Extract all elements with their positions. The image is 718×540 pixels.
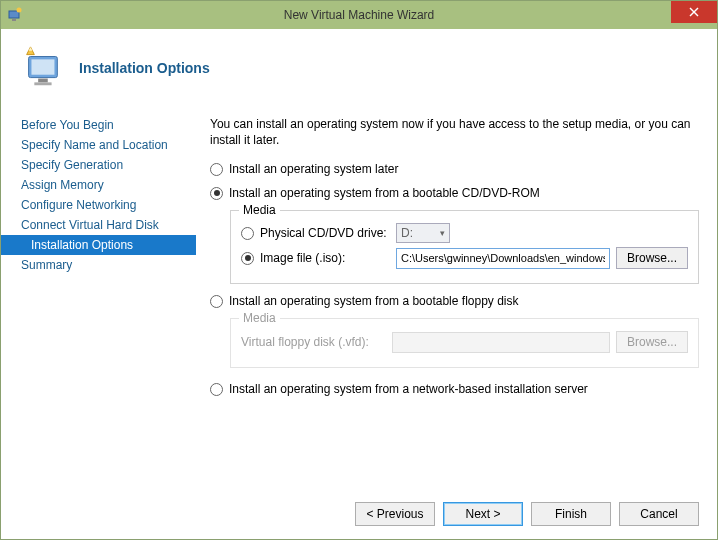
physical-drive-label: Physical CD/DVD drive: — [260, 226, 390, 240]
app-icon — [7, 7, 23, 23]
option-install-cd[interactable]: Install an operating system from a boota… — [210, 186, 699, 200]
close-button[interactable] — [671, 1, 717, 23]
sidebar-item-installation-options[interactable]: Installation Options — [1, 235, 196, 255]
option-install-floppy[interactable]: Install an operating system from a boota… — [210, 294, 699, 308]
option-label: Install an operating system from a netwo… — [229, 382, 588, 396]
window-title: New Virtual Machine Wizard — [1, 8, 717, 22]
image-file-row[interactable]: Image file (.iso): Browse... — [241, 247, 688, 269]
option-install-network[interactable]: Install an operating system from a netwo… — [210, 382, 699, 396]
sidebar-item-specify-generation[interactable]: Specify Generation — [1, 155, 196, 175]
browse-iso-button[interactable]: Browse... — [616, 247, 688, 269]
svg-point-2 — [17, 8, 22, 13]
chevron-down-icon: ▾ — [440, 228, 445, 238]
intro-text: You can install an operating system now … — [210, 117, 699, 148]
browse-vfd-button: Browse... — [616, 331, 688, 353]
option-label: Install an operating system later — [229, 162, 398, 176]
vfd-input — [392, 332, 610, 353]
radio-icon — [241, 252, 254, 265]
svg-rect-0 — [9, 11, 19, 18]
previous-button[interactable]: < Previous — [355, 502, 435, 526]
media-floppy-fieldset: Media Virtual floppy disk (.vfd): Browse… — [230, 318, 699, 368]
sidebar-item-assign-memory[interactable]: Assign Memory — [1, 175, 196, 195]
wizard-header: Installation Options — [1, 29, 717, 107]
image-file-input[interactable] — [396, 248, 610, 269]
sidebar-item-before-you-begin[interactable]: Before You Begin — [1, 115, 196, 135]
svg-rect-8 — [31, 59, 54, 74]
option-label: Install an operating system from a boota… — [229, 294, 519, 308]
radio-icon — [241, 227, 254, 240]
vfd-label: Virtual floppy disk (.vfd): — [241, 335, 386, 349]
close-icon — [689, 7, 699, 17]
radio-icon — [210, 383, 223, 396]
content-pane: You can install an operating system now … — [196, 107, 717, 489]
next-button[interactable]: Next > — [443, 502, 523, 526]
option-label: Install an operating system from a boota… — [229, 186, 540, 200]
finish-button[interactable]: Finish — [531, 502, 611, 526]
wizard-window: New Virtual Machine Wizard Installation … — [0, 0, 718, 540]
cancel-button[interactable]: Cancel — [619, 502, 699, 526]
radio-icon — [210, 295, 223, 308]
page-title: Installation Options — [79, 60, 210, 76]
svg-rect-9 — [38, 79, 48, 83]
wizard-body: Before You Begin Specify Name and Locati… — [1, 107, 717, 489]
fieldset-legend: Media — [239, 203, 280, 217]
physical-drive-combo[interactable]: D: ▾ — [396, 223, 450, 243]
svg-rect-1 — [12, 19, 16, 21]
media-cd-fieldset: Media Physical CD/DVD drive: D: ▾ Image … — [230, 210, 699, 284]
image-file-label: Image file (.iso): — [260, 251, 390, 265]
radio-icon — [210, 163, 223, 176]
sidebar: Before You Begin Specify Name and Locati… — [1, 107, 196, 489]
fieldset-legend: Media — [239, 311, 280, 325]
sidebar-item-configure-networking[interactable]: Configure Networking — [1, 195, 196, 215]
sidebar-item-connect-vhd[interactable]: Connect Virtual Hard Disk — [1, 215, 196, 235]
svg-rect-10 — [34, 82, 51, 85]
sidebar-item-summary[interactable]: Summary — [1, 255, 196, 275]
titlebar: New Virtual Machine Wizard — [1, 1, 717, 29]
monitor-icon — [19, 45, 65, 91]
sidebar-item-specify-name[interactable]: Specify Name and Location — [1, 135, 196, 155]
option-install-later[interactable]: Install an operating system later — [210, 162, 699, 176]
combo-value: D: — [401, 226, 413, 240]
physical-drive-row[interactable]: Physical CD/DVD drive: D: ▾ — [241, 223, 688, 243]
wizard-footer: < Previous Next > Finish Cancel — [1, 489, 717, 539]
radio-icon — [210, 187, 223, 200]
